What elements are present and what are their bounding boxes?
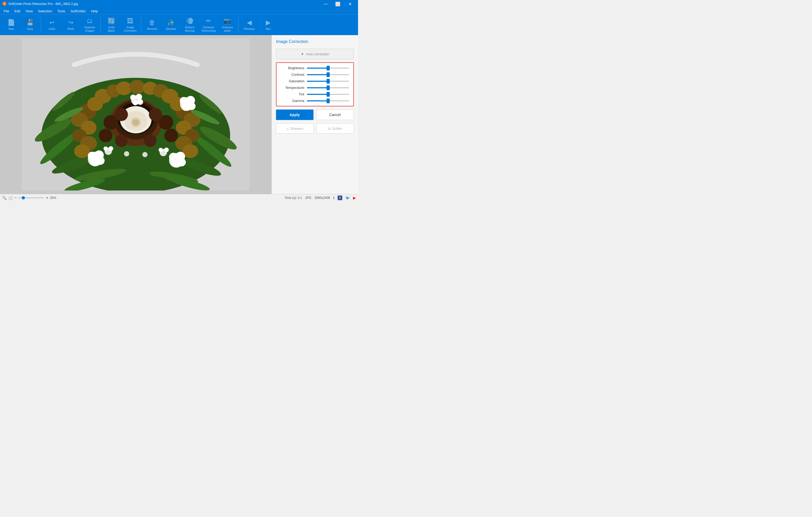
toolbar-reduce-blurring[interactable]: 💨 ReduceBlurring [181,16,199,34]
svg-point-55 [96,156,105,165]
facebook-icon[interactable]: f [338,195,342,200]
temperature-slider[interactable] [307,87,349,88]
undo-batch-icon: 🔄 [108,17,115,25]
youtube-icon[interactable]: ▶ [353,196,356,200]
svg-point-69 [133,100,138,105]
gamma-thumb[interactable] [326,98,330,103]
cancel-button[interactable]: Cancel [316,110,354,120]
toolbar-undo[interactable]: ↩ Undo [43,16,61,34]
toolbar-save-label: Save [27,27,33,31]
toolbar-next-label: Nex [266,27,271,31]
tint-row: Tint [281,92,349,96]
toolbar-next[interactable]: ▶ Nex [259,16,277,34]
temperature-fill [307,87,328,88]
canvas-area [0,35,271,194]
zoom-minus[interactable]: − [14,195,17,200]
status-bar-right: Time (s): 0.1 JPG 3580x2408 ℹ f 🐦 ▶ [284,195,356,200]
image-correction-icon: 🖼 [127,17,134,25]
crop-icon: ⬜ [8,196,12,200]
toolbar-previous[interactable]: ◀ Previous [240,16,258,34]
toolbar-denoise[interactable]: ✨ Denoise [162,16,180,34]
toolbar-enhance-photo[interactable]: 📷 Enhancephoto [218,16,237,34]
toolbar-organize[interactable]: 🗂 OrganizeImages [81,16,99,34]
saturation-fill [307,81,328,82]
contrast-thumb[interactable] [326,72,330,77]
menu-tools[interactable]: Tools [55,8,68,14]
zoom-in-icon[interactable]: 🔍 [2,196,6,200]
brightness-slider[interactable] [307,68,349,69]
svg-point-70 [137,99,143,105]
svg-point-48 [164,129,178,142]
info-icon[interactable]: ℹ [333,196,335,200]
temperature-thumb[interactable] [326,85,330,90]
gamma-row: Gamma [281,99,349,103]
window-controls: — ⬜ ✕ [320,0,356,8]
action-buttons: Apply Cancel [276,110,354,120]
toolbar-image-correction[interactable]: 🖼 ImageCorrection [121,16,140,34]
organize-icon: 🗂 [87,17,93,25]
auto-correction-button[interactable]: ✦ Auto correction [276,49,354,59]
sliders-container: Brightness Contrast Saturation [276,62,354,107]
auto-correction-label: Auto correction [306,52,329,56]
svg-point-30 [87,97,103,111]
effect-buttons: △ Sharpen ◎ Soften [276,123,354,134]
zoom-slider[interactable] [18,197,44,199]
brightness-thumb[interactable] [326,66,330,70]
menu-softorbits[interactable]: SoftOrbits [68,8,88,14]
zoom-plus[interactable]: + [46,195,48,200]
temperature-row: Temperature [281,86,349,90]
menu-bar: File Edit View Selection Tools SoftOrbit… [0,8,358,14]
toolbar-new[interactable]: 📄 New [2,16,21,34]
gamma-fill [307,100,328,101]
window-title: SoftOrbits Photo Retoucher Pro - IMG_460… [8,2,78,6]
tint-slider[interactable] [307,94,349,95]
sharpen-button[interactable]: △ Sharpen [276,123,314,134]
previous-icon: ◀ [247,19,252,26]
saturation-thumb[interactable] [326,79,330,84]
soften-icon: ◎ [328,127,331,130]
toolbar-reduce-blurring-label: ReduceBlurring [185,26,195,32]
svg-point-45 [99,129,112,142]
twitter-icon[interactable]: 🐦 [345,196,350,200]
toolbar-save[interactable]: 💾 Save [21,16,39,34]
close-button[interactable]: ✕ [344,0,356,8]
toolbar-undo-batch[interactable]: 🔄 UndoBatch [102,16,121,34]
toolbar-redo[interactable]: ↪ Redo [62,16,80,34]
status-bar: 🔍 ⬜ − + 25% Time (s): 0.1 JPG 3580x2408 … [0,194,358,201]
toolbar-organize-label: OrganizeImages [84,26,95,32]
toolbar-remove-label: Remove [147,27,157,31]
tint-thumb[interactable] [326,92,330,97]
toolbar-enhance-retouching-label: EnhanceRetouching [202,26,215,32]
saturation-slider[interactable] [307,81,349,82]
svg-point-76 [164,148,169,152]
contrast-slider[interactable] [307,74,349,75]
right-panel: Image Correction ✦ Auto correction Brigh… [271,35,358,194]
menu-selection[interactable]: Selection [35,8,55,14]
menu-help[interactable]: Help [88,8,100,14]
toolbar-enhance-retouching[interactable]: ✏ EnhanceRetouching [200,16,218,34]
svg-point-21 [133,120,139,125]
toolbar-remove[interactable]: 🗑 Remove [143,16,161,34]
contrast-label: Contrast [281,72,304,77]
photo-image [22,38,250,190]
brightness-row: Brightness [281,66,349,70]
menu-file[interactable]: File [1,8,12,14]
svg-point-75 [158,148,163,152]
toolbar-previous-label: Previous [244,27,255,31]
title-bar-left: S SoftOrbits Photo Retoucher Pro - IMG_4… [2,1,78,7]
undo-icon: ↩ [49,19,55,26]
zoom-thumb[interactable] [22,196,25,200]
menu-view[interactable]: View [23,8,35,14]
svg-point-73 [109,146,113,151]
apply-button[interactable]: Apply [276,110,314,120]
svg-point-44 [115,108,128,121]
gamma-slider[interactable] [307,100,349,101]
menu-edit[interactable]: Edit [12,8,23,14]
toolbar-denoise-label: Denoise [166,27,176,31]
saturation-row: Saturation [281,79,349,83]
toolbar-undo-label: Undo [49,27,55,31]
maximize-button[interactable]: ⬜ [332,0,344,8]
svg-point-47 [149,108,162,121]
soften-button[interactable]: ◎ Soften [316,123,354,134]
minimize-button[interactable]: — [320,0,332,8]
